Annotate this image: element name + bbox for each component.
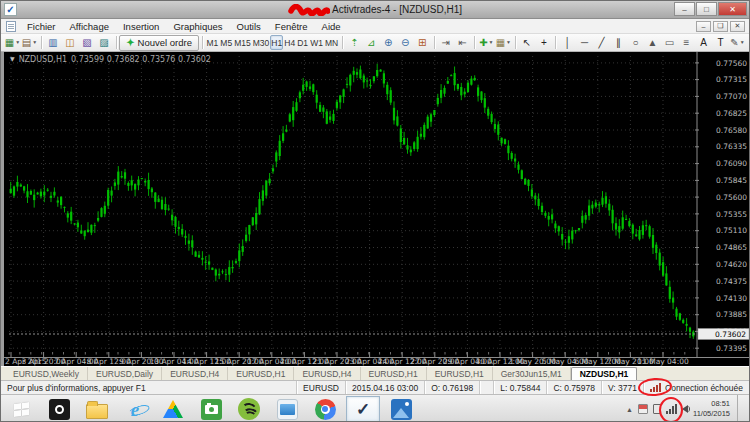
menu-outils[interactable]: Outils bbox=[230, 21, 268, 32]
tray-clock[interactable]: 08:51 11/05/2015 bbox=[693, 399, 730, 419]
label-icon[interactable]: T bbox=[712, 35, 729, 51]
tile-windows-icon[interactable]: ⊞ bbox=[414, 35, 431, 51]
chart-area[interactable]: ▼ NZDUSD,H1 0.73599 0.73682 0.73576 0.73… bbox=[1, 52, 749, 366]
objects-window-icon[interactable]: ⊿ bbox=[363, 35, 380, 51]
chart-tab-eurusd-h1[interactable]: EURUSD,H1 bbox=[361, 367, 427, 380]
network-status-icon[interactable] bbox=[666, 404, 677, 414]
child-minimize-button[interactable]: – bbox=[696, 21, 711, 32]
shapes-icon[interactable]: ✎▼ bbox=[729, 35, 746, 51]
trendline-icon[interactable]: ╱ bbox=[593, 35, 610, 51]
channel-icon[interactable]: ∥ bbox=[610, 35, 627, 51]
zoom-out-icon[interactable]: ⊖ bbox=[397, 35, 414, 51]
timeframe-h4[interactable]: H4 bbox=[283, 35, 296, 50]
vertical-line-icon[interactable]: │ bbox=[559, 35, 576, 51]
timeframe-w1[interactable]: W1 bbox=[309, 35, 324, 50]
timeframe-m1[interactable]: M1 bbox=[206, 35, 220, 50]
horizontal-line-icon[interactable]: ─ bbox=[576, 35, 593, 51]
text-icon[interactable]: A bbox=[695, 35, 712, 51]
menu-insertion[interactable]: Insertion bbox=[116, 21, 166, 32]
child-restore-button[interactable]: ❏ bbox=[713, 21, 728, 32]
current-price-marker: 0.73602 bbox=[698, 329, 749, 340]
volume-icon[interactable] bbox=[682, 405, 688, 413]
close-button[interactable]: ✕ bbox=[718, 2, 747, 16]
activtrades-taskbar-icon[interactable]: ✓ bbox=[346, 396, 380, 422]
hidden-icons-chevron[interactable]: ▲ bbox=[626, 406, 633, 413]
profiles-icon[interactable]: ▤▼ bbox=[21, 35, 38, 51]
triangle-icon[interactable]: ▲ bbox=[644, 35, 661, 51]
candlestick-chart[interactable]: 0.775600.773150.770700.768250.765800.763… bbox=[1, 52, 750, 366]
menu-fichier[interactable]: Fichier bbox=[20, 21, 63, 32]
child-close-button[interactable]: ✕ bbox=[730, 21, 745, 32]
messaging-app-icon[interactable] bbox=[270, 396, 304, 422]
eject-media-icon[interactable] bbox=[653, 404, 661, 414]
tray-app-icon[interactable] bbox=[638, 404, 648, 414]
connection-status[interactable]: Connection échouée bbox=[643, 381, 749, 394]
crosshair-icon[interactable]: + bbox=[535, 35, 552, 51]
rectangle-icon[interactable]: ▭ bbox=[661, 35, 678, 51]
minimize-button[interactable]: – bbox=[674, 2, 695, 16]
ellipse-icon[interactable]: ○ bbox=[627, 35, 644, 51]
svg-text:0.75355: 0.75355 bbox=[716, 210, 747, 219]
zoom-in-icon[interactable]: ⊕ bbox=[380, 35, 397, 51]
status-open: O: 0.76198 bbox=[424, 381, 479, 394]
timeframe-m5[interactable]: M5 bbox=[219, 35, 233, 50]
data-window-icon[interactable]: ◫ bbox=[62, 35, 79, 51]
chart-tab-eurusd-h4[interactable]: EURUSD,H4 bbox=[162, 367, 228, 380]
menu-aide[interactable]: Aide bbox=[315, 21, 348, 32]
spotify-icon[interactable] bbox=[232, 396, 266, 422]
show-desktop-button[interactable] bbox=[737, 395, 742, 422]
chart-tab-eurusd-h4[interactable]: EURUSD,H4 bbox=[294, 367, 360, 380]
svg-text:0.74865: 0.74865 bbox=[716, 243, 747, 252]
navigator-icon[interactable]: ▧ bbox=[79, 35, 96, 51]
collapse-icon[interactable]: ▼ bbox=[10, 55, 15, 64]
photos-app-icon[interactable] bbox=[384, 396, 418, 422]
svg-text:0.76335: 0.76335 bbox=[716, 142, 747, 151]
cursor-icon[interactable]: ↖ bbox=[518, 35, 535, 51]
indicator-window-icon[interactable]: ⇡ bbox=[346, 35, 363, 51]
toolbar-separator bbox=[474, 36, 475, 49]
svg-text:0.77560: 0.77560 bbox=[716, 59, 747, 68]
svg-text:0.76090: 0.76090 bbox=[716, 159, 747, 168]
timeframe-d1[interactable]: D1 bbox=[296, 35, 309, 50]
google-drive-icon[interactable] bbox=[156, 396, 190, 422]
auto-scroll-icon[interactable]: ⇥ bbox=[437, 35, 454, 51]
network-circle-annotation bbox=[659, 397, 683, 422]
new-order-button[interactable]: ✦Nouvel ordre bbox=[119, 35, 199, 51]
maximize-button[interactable]: □ bbox=[696, 2, 717, 16]
camera-app-icon[interactable] bbox=[194, 396, 228, 422]
chart-tab-eurusd-weekly[interactable]: EURUSD,Weekly bbox=[5, 367, 88, 380]
indicators-icon[interactable]: ✚▼ bbox=[478, 35, 495, 51]
chart-tab-nzdusd-h1[interactable]: NZDUSD,H1 bbox=[571, 367, 638, 380]
chart-tab-eurusd-daily[interactable]: EURUSD,Daily bbox=[88, 367, 162, 380]
new-chart-icon[interactable]: ▦▼ bbox=[4, 35, 21, 51]
start-button[interactable] bbox=[4, 396, 38, 422]
chart-tab-eurusd-h1[interactable]: EURUSD,H1 bbox=[427, 367, 493, 380]
terminal-icon[interactable]: ▨ bbox=[96, 35, 113, 51]
tray-time: 08:51 bbox=[693, 399, 730, 409]
chart-document-icon bbox=[6, 21, 16, 32]
menu-graphiques[interactable]: Graphiques bbox=[166, 21, 229, 32]
tray-date: 11/05/2015 bbox=[693, 409, 730, 419]
chart-shift-icon[interactable]: ⇤ bbox=[454, 35, 471, 51]
chart-tab-ger30jun15-m1[interactable]: Ger30Jun15,M1 bbox=[493, 367, 571, 380]
toolbar-separator bbox=[116, 36, 117, 49]
menu-fenetre[interactable]: Fenêtre bbox=[268, 21, 315, 32]
chart-tab-eurusd-h1[interactable]: EURUSD,H1 bbox=[228, 367, 294, 380]
fibonacci-icon[interactable]: ≡ bbox=[678, 35, 695, 51]
file-explorer-icon[interactable] bbox=[80, 396, 114, 422]
timeframe-mn[interactable]: MN bbox=[324, 35, 339, 50]
chrome-icon[interactable] bbox=[308, 396, 342, 422]
app-grid-icon[interactable] bbox=[42, 396, 76, 422]
svg-text:0.74375: 0.74375 bbox=[716, 277, 747, 286]
market-watch-icon[interactable]: ▥ bbox=[45, 35, 62, 51]
svg-text:0.75845: 0.75845 bbox=[716, 176, 747, 185]
internet-explorer-icon[interactable]: e bbox=[118, 396, 152, 422]
svg-text:0.76825: 0.76825 bbox=[716, 109, 747, 118]
templates-icon[interactable]: ▦▼ bbox=[495, 35, 512, 51]
menu-affichage[interactable]: Affichage bbox=[63, 21, 116, 32]
timeframe-m15[interactable]: M15 bbox=[233, 35, 252, 50]
status-spacer bbox=[479, 381, 493, 394]
timeframe-h1[interactable]: H1 bbox=[270, 35, 283, 50]
status-help-text: Pour plus d'informations, appuyer F1 bbox=[1, 381, 296, 394]
timeframe-m30[interactable]: M30 bbox=[252, 35, 271, 50]
